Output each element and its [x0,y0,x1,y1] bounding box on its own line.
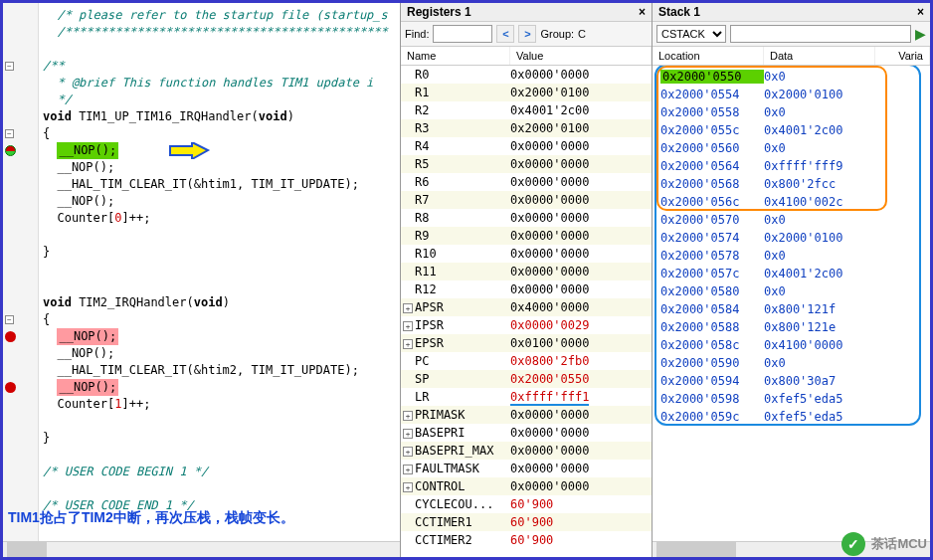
stack-row[interactable]: 0x2000'05740x2000'0100 [653,229,930,247]
register-row[interactable]: R00x0000'0000 [401,66,652,84]
fold-icon[interactable]: − [5,62,14,71]
register-row[interactable]: R10x2000'0100 [401,84,652,101]
find-next-button[interactable]: > [518,25,536,43]
register-row[interactable]: R30x2000'0100 [401,119,652,137]
register-row[interactable]: R20x4001'2c00 [401,101,652,119]
register-row[interactable]: R40x0000'0000 [401,137,652,155]
register-row[interactable]: SP0x2000'0550 [401,370,652,388]
code-line[interactable]: __NOP(); [39,379,400,396]
code-line[interactable]: __HAL_TIM_CLEAR_IT(&htim2, TIM_IT_UPDATE… [39,362,400,379]
code-line[interactable]: void TIM2_IRQHandler(void) [39,294,400,311]
stack-row[interactable]: 0x2000'058c0x4100'0000 [653,336,930,354]
stack-rows: 0x2000'05500x00x2000'05540x2000'01000x20… [653,66,930,541]
breakpoint-icon[interactable] [5,331,16,342]
stack-row[interactable]: 0x2000'05500x0 [653,68,930,86]
register-row[interactable]: R120x0000'0000 [401,280,652,298]
code-line[interactable]: __NOP(); [39,345,400,362]
code-line[interactable]: { [39,125,400,142]
stack-row[interactable]: 0x2000'057c0x4001'2c00 [653,265,930,282]
register-row[interactable]: +BASEPRI_MAX0x0000'0000 [401,442,652,460]
code-line[interactable]: __NOP(); [39,193,400,210]
find-input[interactable] [433,25,492,43]
go-icon[interactable]: ▶ [915,26,926,42]
expand-icon[interactable]: + [403,482,413,492]
expand-icon[interactable]: + [403,429,413,439]
stack-row[interactable]: 0x2000'05780x0 [653,247,930,265]
register-row[interactable]: +FAULTMASK0x0000'0000 [401,460,652,477]
stack-addr-input[interactable] [730,25,911,43]
stack-row[interactable]: 0x2000'05880x800'121e [653,318,930,336]
breakpoint-current-icon[interactable] [5,145,16,156]
close-icon[interactable]: × [639,5,646,19]
register-row[interactable]: +APSR0x4000'0000 [401,298,652,316]
code-line[interactable]: __HAL_TIM_CLEAR_IT(&htim1, TIM_IT_UPDATE… [39,176,400,193]
register-row[interactable]: +PRIMASK0x0000'0000 [401,406,652,424]
register-row[interactable]: +IPSR0x0000'0029 [401,316,652,334]
stack-select[interactable]: CSTACK [656,25,726,43]
register-row[interactable]: LR0xffff'fff1 [401,388,652,406]
register-row[interactable]: R110x0000'0000 [401,263,652,280]
close-icon[interactable]: × [917,5,924,19]
code-line[interactable]: __NOP(); [39,142,400,159]
code-line[interactable]: __NOP(); [39,159,400,176]
code-line[interactable]: /* USER CODE BEGIN 1 */ [39,464,400,480]
code-line[interactable]: Counter[0]++; [39,210,400,227]
stack-row[interactable]: 0x2000'05540x2000'0100 [653,86,930,103]
code-line[interactable] [39,261,400,278]
code-line[interactable] [39,278,400,294]
register-row[interactable]: +CONTROL0x0000'0000 [401,477,652,495]
code-line[interactable] [39,480,400,497]
expand-icon[interactable]: + [403,447,413,457]
stack-row[interactable]: 0x2000'056c0x4100'002c [653,193,930,211]
breakpoint-icon[interactable] [5,382,16,393]
code-line[interactable] [39,447,400,464]
code-line[interactable] [39,227,400,244]
expand-icon[interactable]: + [403,321,413,331]
fold-icon[interactable]: − [5,129,14,138]
register-row[interactable]: +BASEPRI0x0000'0000 [401,424,652,442]
register-row[interactable]: +EPSR0x0100'0000 [401,334,652,352]
expand-icon[interactable]: + [403,465,413,474]
stack-row[interactable]: 0x2000'05700x0 [653,211,930,229]
register-row[interactable]: R90x0000'0000 [401,227,652,245]
stack-row[interactable]: 0x2000'05640xffff'fff9 [653,157,930,175]
code-line[interactable]: /* please refer to the startup file (sta… [39,7,400,24]
stack-row[interactable]: 0x2000'055c0x4001'2c00 [653,121,930,139]
stack-row[interactable]: 0x2000'05980xfef5'eda5 [653,390,930,408]
code-line[interactable]: Counter[1]++; [39,396,400,413]
find-prev-button[interactable]: < [496,25,514,43]
register-row[interactable]: R50x0000'0000 [401,155,652,173]
code-line[interactable] [39,413,400,430]
code-line[interactable]: } [39,430,400,447]
register-row[interactable]: R70x0000'0000 [401,191,652,209]
expand-icon[interactable]: + [403,411,413,421]
register-row[interactable]: R80x0000'0000 [401,209,652,227]
stack-row[interactable]: 0x2000'05800x0 [653,282,930,300]
stack-row[interactable]: 0x2000'05680x800'2fcc [653,175,930,193]
register-row[interactable]: R60x0000'0000 [401,173,652,191]
code-line[interactable]: * @brief This function handles TIM1 upda… [39,75,400,92]
code-line[interactable]: __NOP(); [39,328,400,345]
scrollbar-horizontal[interactable] [3,541,400,557]
stack-row[interactable]: 0x2000'05940x800'30a7 [653,372,930,390]
stack-row[interactable]: 0x2000'05900x0 [653,354,930,372]
stack-row[interactable]: 0x2000'059c0xfef5'eda5 [653,408,930,426]
stack-row[interactable]: 0x2000'05840x800'121f [653,300,930,318]
registers-rows: R00x0000'0000R10x2000'0100R20x4001'2c00R… [401,66,652,557]
code-area[interactable]: /* please refer to the startup file (sta… [39,3,400,541]
expand-icon[interactable]: + [403,303,413,313]
code-line[interactable] [39,41,400,58]
fold-icon[interactable]: − [5,315,14,324]
code-line[interactable]: } [39,244,400,261]
code-line[interactable]: /** [39,58,400,75]
code-line[interactable]: { [39,311,400,328]
register-row[interactable]: CCTIMER260'900 [401,531,652,549]
code-line[interactable]: void TIM1_UP_TIM16_IRQHandler(void) [39,108,400,125]
stack-row[interactable]: 0x2000'05600x0 [653,139,930,157]
code-line[interactable]: */ [39,92,400,108]
register-row[interactable]: PC0x0800'2fb0 [401,352,652,370]
register-row[interactable]: R100x0000'0000 [401,245,652,263]
stack-row[interactable]: 0x2000'05580x0 [653,103,930,121]
code-line[interactable]: /***************************************… [39,24,400,41]
expand-icon[interactable]: + [403,339,413,349]
